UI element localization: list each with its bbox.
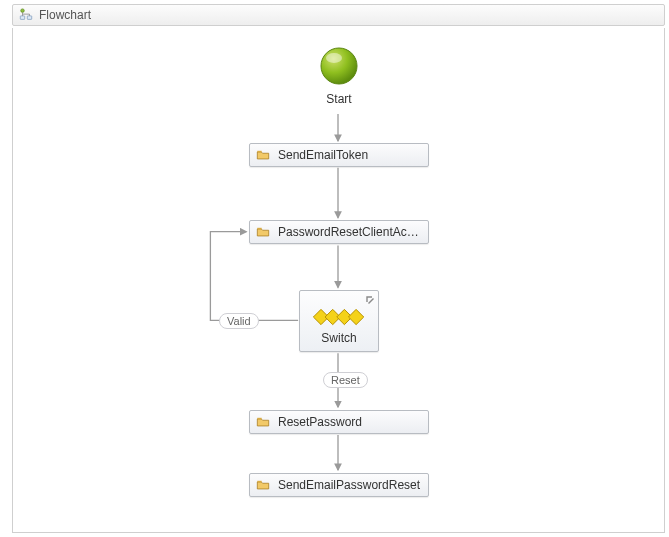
svg-point-8 [321,48,357,84]
activity-label: SendEmailPasswordReset [278,478,420,492]
svg-rect-2 [27,16,31,20]
edge-label-reset: Reset [323,372,368,388]
flowchart-designer-root: Flowchart [0,0,669,537]
folder-icon [256,148,270,162]
folder-icon [256,225,270,239]
folder-icon [256,415,270,429]
svg-rect-1 [20,16,24,20]
svg-rect-10 [257,151,261,152]
folder-icon [256,478,270,492]
svg-point-9 [326,53,342,63]
svg-rect-16 [257,418,261,419]
chevron-expand-icon[interactable] [365,294,375,308]
start-circle-icon [319,46,359,86]
activity-send-email-token[interactable]: SendEmailToken [249,143,429,167]
switch-label: Switch [300,331,378,345]
switch-node[interactable]: Switch [299,290,379,352]
activity-label: SendEmailToken [278,148,368,162]
flowchart-canvas-inner: Start SendEmailToken [13,28,664,532]
flowchart-icon [19,8,33,22]
activity-send-email-password-reset[interactable]: SendEmailPasswordReset [249,473,429,497]
svg-rect-11 [257,228,261,229]
switch-diamond-icon [300,305,378,329]
edge-label-valid: Valid [219,313,259,329]
activity-label: ResetPassword [278,415,362,429]
flowchart-canvas[interactable]: Start SendEmailToken [12,28,665,533]
designer-title-text: Flowchart [39,8,91,22]
activity-password-reset-client[interactable]: PasswordResetClientActivit [249,220,429,244]
start-node[interactable]: Start [308,46,370,106]
start-label: Start [308,92,370,106]
svg-rect-17 [257,481,261,482]
activity-label: PasswordResetClientActivit [278,225,422,239]
svg-point-0 [21,9,25,13]
svg-rect-15 [348,309,363,324]
activity-reset-password[interactable]: ResetPassword [249,410,429,434]
designer-titlebar: Flowchart [12,4,665,26]
